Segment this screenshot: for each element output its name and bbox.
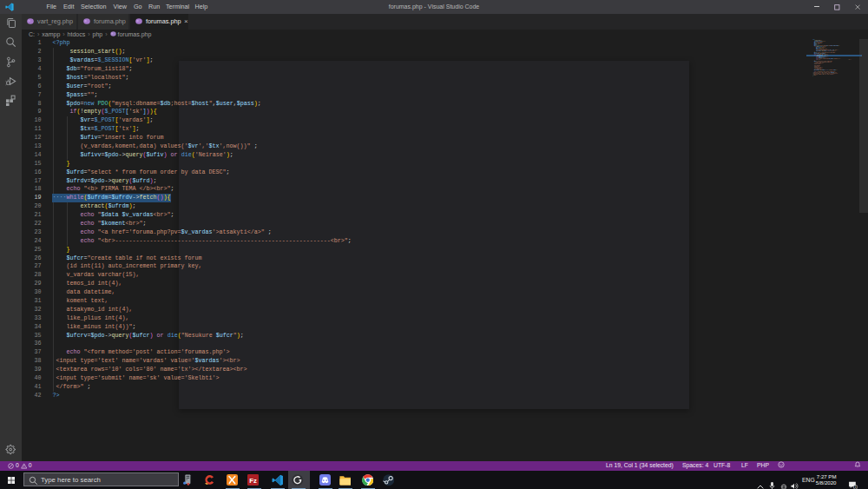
svg-text:1: 1 [855,486,857,489]
svg-text:Fz: Fz [249,477,257,485]
